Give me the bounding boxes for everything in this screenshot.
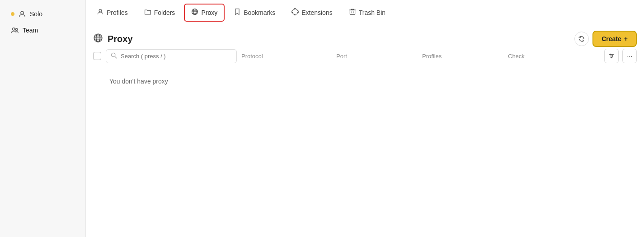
- tab-bookmarks-label: Bookmarks: [244, 9, 275, 16]
- team-icon: [11, 26, 19, 34]
- search-icon: [111, 52, 117, 60]
- col-header-check: Check: [508, 53, 525, 60]
- sidebar-item-solo[interactable]: Solo: [4, 6, 82, 22]
- tab-folders-label: Folders: [154, 9, 175, 16]
- sidebar-item-team[interactable]: Team: [4, 23, 82, 38]
- sidebar: Solo Team: [0, 0, 86, 237]
- search-input[interactable]: [121, 53, 232, 60]
- nav-tabs: Profiles Folders Proxy: [86, 0, 644, 25]
- page-icon: [93, 33, 103, 45]
- svg-point-17: [111, 53, 115, 56]
- svg-point-3: [99, 9, 102, 12]
- filter-button[interactable]: [604, 49, 619, 63]
- tab-extensions-label: Extensions: [301, 9, 332, 16]
- create-label: Create: [602, 35, 621, 42]
- tab-trash-bin-label: Trash Bin: [359, 9, 385, 16]
- svg-rect-9: [350, 10, 355, 14]
- tab-proxy[interactable]: Proxy: [184, 4, 225, 22]
- more-icon: ···: [626, 52, 633, 60]
- tab-bookmarks[interactable]: Bookmarks: [226, 4, 282, 22]
- search-box[interactable]: [106, 49, 237, 63]
- toolbar: Protocol Port Profiles Check ···: [86, 49, 644, 67]
- toolbar-left: Protocol Port Profiles Check: [93, 49, 525, 63]
- solo-icon: [18, 10, 26, 18]
- svg-point-2: [15, 28, 18, 30]
- svg-point-24: [611, 57, 612, 58]
- svg-line-18: [115, 56, 117, 58]
- col-header-protocol: Protocol: [241, 53, 332, 60]
- folders-icon: [144, 8, 151, 17]
- toolbar-right: ···: [604, 49, 637, 63]
- solo-dot: [11, 12, 14, 16]
- tab-extensions[interactable]: Extensions: [284, 4, 339, 22]
- svg-point-0: [21, 11, 24, 14]
- col-header-profiles: Profiles: [422, 53, 503, 60]
- page-title: Proxy: [108, 34, 133, 44]
- empty-state-message: You don't have proxy: [109, 78, 168, 85]
- more-button[interactable]: ···: [622, 49, 637, 63]
- tab-profiles-label: Profiles: [107, 9, 128, 16]
- tab-trash-bin[interactable]: Trash Bin: [342, 4, 393, 22]
- solo-label: Solo: [30, 10, 42, 18]
- tab-proxy-label: Proxy: [201, 9, 217, 16]
- bookmarks-icon: [234, 8, 241, 17]
- refresh-button[interactable]: [574, 32, 589, 46]
- extensions-icon: [291, 8, 299, 17]
- trash-bin-icon: [349, 8, 356, 17]
- create-button[interactable]: Create +: [592, 31, 637, 47]
- profiles-icon: [97, 8, 104, 17]
- create-plus-icon: +: [624, 35, 628, 42]
- svg-point-1: [13, 28, 15, 30]
- select-all-checkbox[interactable]: [93, 52, 101, 60]
- proxy-icon: [191, 8, 198, 17]
- filter-icon: [608, 53, 615, 59]
- tab-profiles[interactable]: Profiles: [89, 4, 135, 22]
- refresh-icon: [578, 36, 585, 42]
- tab-folders[interactable]: Folders: [137, 4, 183, 22]
- svg-point-23: [612, 56, 613, 56]
- team-label: Team: [23, 27, 38, 34]
- svg-point-22: [610, 54, 611, 55]
- empty-state: You don't have proxy: [86, 67, 644, 96]
- main-content: Profiles Folders Proxy: [86, 0, 644, 237]
- col-header-port: Port: [336, 53, 418, 60]
